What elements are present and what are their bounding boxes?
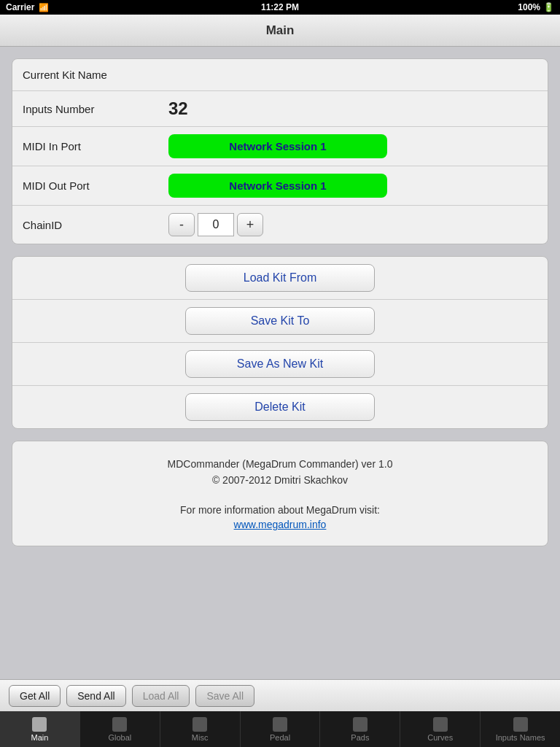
info-line3: For more information about MegaDrum visi… (27, 502, 533, 518)
tab-misc[interactable]: Misc (160, 711, 241, 747)
chain-id-plus-button[interactable]: + (237, 213, 263, 236)
chain-id-label: ChainID (23, 219, 168, 231)
chain-id-controls: - 0 + (168, 213, 263, 236)
tab-pads[interactable]: Pads (320, 711, 400, 747)
tab-pedal[interactable]: Pedal (241, 711, 321, 747)
midi-out-button[interactable]: Network Session 1 (168, 174, 387, 198)
load-all-button[interactable]: Load All (132, 685, 190, 707)
midi-in-row: MIDI In Port Network Session 1 (12, 127, 548, 166)
current-kit-row: Current Kit Name (12, 59, 548, 91)
inputs-number-row: Inputs Number 32 (12, 91, 548, 127)
tab-curves-label: Curves (427, 733, 453, 742)
tab-inputs-names-icon (513, 717, 528, 732)
info-card: MDCommander (MegaDrum Commander) ver 1.0… (12, 441, 548, 546)
tab-bar: Main Global Misc Pedal Pads Curves Input… (0, 711, 560, 747)
tab-global[interactable]: Global (80, 711, 160, 747)
load-kit-row: Load Kit From (12, 257, 548, 300)
save-kit-row: Save Kit To (12, 300, 548, 343)
carrier-label: Carrier (6, 2, 34, 12)
get-all-button[interactable]: Get All (9, 685, 61, 707)
info-line2: © 2007-2012 Dmitri Skachkov (27, 472, 533, 488)
save-as-new-kit-button[interactable]: Save As New Kit (185, 350, 375, 378)
kit-settings-card: Current Kit Name Inputs Number 32 MIDI I… (12, 58, 548, 244)
save-kit-to-button[interactable]: Save Kit To (185, 307, 375, 335)
action-buttons-card: Load Kit From Save Kit To Save As New Ki… (12, 256, 548, 429)
nav-title: Main (266, 23, 295, 38)
tab-global-icon (112, 717, 127, 732)
delete-kit-button[interactable]: Delete Kit (185, 393, 375, 421)
status-left: Carrier 📶 (6, 2, 49, 12)
tab-misc-icon (192, 717, 207, 732)
midi-in-button[interactable]: Network Session 1 (168, 134, 387, 158)
midi-out-label: MIDI Out Port (23, 179, 168, 192)
tab-main[interactable]: Main (0, 711, 80, 747)
status-time: 11:22 PM (261, 2, 299, 12)
tab-main-icon (32, 717, 47, 732)
nav-bar: Main (0, 15, 560, 47)
tab-pads-label: Pads (351, 733, 369, 742)
status-bar: Carrier 📶 11:22 PM 100% 🔋 (0, 0, 560, 15)
tab-curves[interactable]: Curves (400, 711, 481, 747)
status-right: 100% 🔋 (518, 2, 554, 12)
load-kit-from-button[interactable]: Load Kit From (185, 264, 375, 292)
chain-id-row: ChainID - 0 + (12, 206, 548, 244)
tab-curves-icon (433, 717, 448, 732)
midi-out-row: MIDI Out Port Network Session 1 (12, 166, 548, 206)
tab-pads-icon (353, 717, 368, 732)
delete-kit-row: Delete Kit (12, 386, 548, 428)
info-line1: MDCommander (MegaDrum Commander) ver 1.0 (27, 456, 533, 472)
main-content: Current Kit Name Inputs Number 32 MIDI I… (0, 47, 560, 679)
inputs-number-value: 32 (168, 98, 188, 119)
save-all-button[interactable]: Save All (195, 685, 254, 707)
battery-label: 100% (518, 2, 540, 12)
save-as-new-kit-row: Save As New Kit (12, 343, 548, 386)
tab-misc-label: Misc (192, 733, 209, 742)
battery-icon: 🔋 (543, 2, 554, 12)
wifi-icon: 📶 (39, 3, 49, 12)
chain-id-value: 0 (198, 213, 234, 236)
inputs-number-label: Inputs Number (23, 103, 168, 115)
tab-pedal-label: Pedal (270, 733, 290, 742)
midi-in-label: MIDI In Port (23, 140, 168, 152)
tab-inputs-names-label: Inputs Names (496, 733, 545, 742)
toolbar: Get All Send All Load All Save All (0, 679, 560, 711)
send-all-button[interactable]: Send All (66, 685, 125, 707)
tab-pedal-icon (273, 717, 287, 732)
info-link[interactable]: www.megadrum.info (234, 519, 327, 530)
current-kit-label: Current Kit Name (23, 69, 168, 81)
tab-main-label: Main (31, 733, 49, 742)
tab-inputs-names[interactable]: Inputs Names (481, 711, 560, 747)
chain-id-minus-button[interactable]: - (168, 213, 195, 236)
tab-global-label: Global (108, 733, 131, 742)
